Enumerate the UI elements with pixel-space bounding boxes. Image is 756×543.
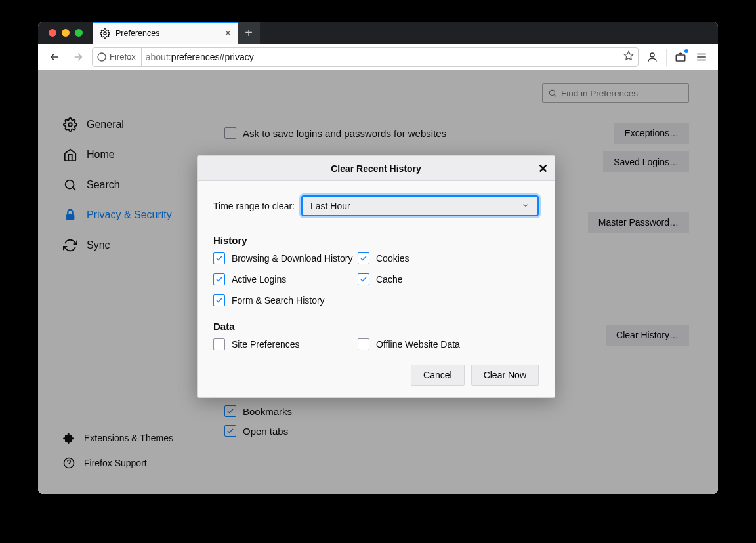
navigation-toolbar: Firefox about:preferences#privacy	[38, 44, 718, 70]
history-section-heading: History	[213, 235, 539, 246]
chevron-down-icon	[522, 201, 530, 211]
gear-icon	[100, 28, 110, 39]
separator	[666, 49, 667, 66]
cookies-checkbox[interactable]	[358, 252, 369, 264]
tab-preferences[interactable]: Preferences ×	[93, 22, 238, 44]
time-range-select[interactable]: Last Hour	[301, 195, 539, 216]
svg-point-0	[104, 32, 106, 35]
identity-label: Firefox	[110, 52, 136, 62]
dialog-close-button[interactable]: ✕	[538, 161, 548, 176]
browsing-history-checkbox[interactable]	[213, 252, 225, 264]
site-identity[interactable]: Firefox	[96, 48, 142, 66]
cancel-button[interactable]: Cancel	[411, 365, 465, 386]
checkbox-label: Form & Search History	[232, 295, 325, 306]
menu-button[interactable]	[692, 47, 711, 67]
browser-window: Preferences × + Firefox about:preference…	[38, 22, 718, 494]
form-history-checkbox[interactable]	[213, 294, 225, 306]
close-window-button[interactable]	[49, 29, 56, 37]
tab-title: Preferences	[116, 29, 220, 38]
time-range-label: Time range to clear:	[213, 201, 295, 211]
svg-point-3	[650, 53, 654, 57]
checkbox-label: Cookies	[376, 253, 410, 264]
toolbar-right	[642, 47, 711, 67]
history-checkbox-grid: Browsing & Download History Cookies Acti…	[213, 252, 539, 306]
cache-checkbox[interactable]	[358, 273, 369, 285]
minimize-window-button[interactable]	[62, 29, 70, 37]
new-tab-button[interactable]: +	[238, 22, 260, 44]
checkbox-label: Site Preferences	[232, 339, 300, 350]
dialog-title: Clear Recent History	[331, 163, 421, 174]
bookmark-star-icon[interactable]	[623, 50, 634, 63]
back-button[interactable]	[45, 47, 64, 67]
svg-marker-2	[624, 51, 633, 60]
site-preferences-checkbox[interactable]	[213, 338, 225, 350]
maximize-window-button[interactable]	[75, 29, 83, 37]
url-bar[interactable]: Firefox about:preferences#privacy	[92, 47, 639, 67]
url-text: about:preferences#privacy	[146, 52, 254, 62]
close-tab-button[interactable]: ×	[225, 28, 231, 39]
checkbox-label: Cache	[376, 274, 402, 285]
dialog-header: Clear Recent History ✕	[198, 156, 555, 181]
tab-strip: Preferences × +	[38, 22, 718, 44]
offline-data-checkbox[interactable]	[358, 338, 369, 350]
data-checkbox-grid: Site Preferences Offline Website Data	[213, 338, 539, 350]
svg-rect-4	[676, 55, 685, 61]
active-logins-checkbox[interactable]	[213, 273, 225, 285]
account-button[interactable]	[642, 47, 662, 67]
checkbox-label: Offline Website Data	[376, 339, 460, 350]
svg-point-1	[98, 53, 106, 61]
checkbox-label: Active Logins	[232, 274, 286, 285]
clear-history-dialog: Clear Recent History ✕ Time range to cle…	[197, 155, 555, 398]
forward-button[interactable]	[68, 47, 88, 67]
whats-new-button[interactable]	[671, 47, 690, 67]
notification-dot-icon	[684, 49, 688, 53]
time-range-value: Last Hour	[310, 201, 350, 211]
clear-now-button[interactable]: Clear Now	[471, 365, 539, 386]
data-section-heading: Data	[213, 321, 539, 332]
content-area: General Home Search	[38, 70, 718, 494]
checkbox-label: Browsing & Download History	[232, 253, 352, 264]
window-controls	[38, 22, 93, 44]
